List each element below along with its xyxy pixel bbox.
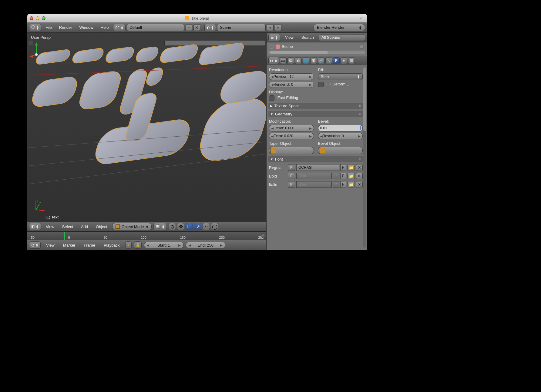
minimize-window-button[interactable] — [36, 16, 39, 20]
fake-user-button[interactable]: F — [340, 181, 346, 188]
tab-texture[interactable]: ▦ — [348, 57, 355, 64]
font-browse-button[interactable]: F — [288, 164, 295, 171]
scroll-thumb[interactable] — [270, 51, 328, 54]
render-engine-dropdown[interactable]: Blender Render ▲▼ — [314, 24, 365, 31]
collapse-icon[interactable]: – — [270, 45, 274, 49]
outliner[interactable]: – Scene — [267, 42, 367, 56]
menu-help[interactable]: Help — [98, 25, 112, 30]
delete-scene-button[interactable]: ✕ — [275, 24, 281, 31]
fullscreen-icon[interactable]: ⤢ — [360, 16, 365, 21]
tl-menu-marker[interactable]: Marker — [60, 243, 78, 247]
taper-object-field[interactable] — [269, 147, 314, 154]
tab-object[interactable]: ▣ — [310, 57, 317, 64]
panel-geometry[interactable]: ▼ Geometry ⠿ — [268, 111, 363, 117]
mode-dropdown[interactable]: Object Mode ▲▼ — [112, 223, 152, 230]
tab-constraints[interactable]: 🔗 — [318, 57, 324, 64]
menu-window[interactable]: Window — [76, 25, 96, 30]
preview-resolution-field[interactable]: ◀ Preview : 12 ▶ — [269, 73, 314, 80]
tab-modifiers[interactable]: 🔧 — [325, 57, 332, 64]
extrude-field[interactable]: ◀ Extru: 0.020 ▶ — [269, 133, 314, 139]
outliner-filter-dropdown[interactable]: All Scenes — [319, 34, 365, 41]
bevel-object-field[interactable] — [318, 147, 363, 154]
properties-panel[interactable]: Resolution: ◀ Preview : 12 ▶ ◀ Render U:… — [267, 65, 367, 250]
manipulator-toggle[interactable]: ✥ — [177, 223, 184, 230]
tl-menu-playback[interactable]: Playback — [101, 243, 123, 247]
view3d-menu-view[interactable]: View — [43, 224, 57, 229]
fake-user-button[interactable]: F — [340, 164, 346, 171]
outliner-menu-search[interactable]: Search — [298, 35, 317, 40]
add-layout-button[interactable]: + — [186, 24, 192, 31]
editor-type-timeline[interactable]: ◔▲▼ — [29, 241, 41, 249]
zoom-window-button[interactable] — [42, 16, 45, 20]
tl-menu-view[interactable]: View — [43, 243, 58, 247]
menu-file[interactable]: File — [42, 25, 55, 30]
tab-render-layers[interactable]: 🖼 — [287, 57, 294, 64]
font-name-field[interactable]: OCRASt — [296, 164, 339, 171]
bevel-resolution-field[interactable]: ◀ Resolution: 0 ▶ — [318, 133, 363, 139]
unlink-font-button[interactable]: ✕ — [356, 164, 363, 171]
properties-scroll-thumb[interactable] — [363, 68, 366, 131]
tab-material[interactable]: ● — [341, 57, 347, 64]
delete-layout-button[interactable]: ✕ — [193, 24, 200, 31]
tab-world[interactable]: 🌐 — [303, 57, 309, 64]
open-font-button[interactable]: 📁 — [348, 181, 355, 188]
pivot-button[interactable]: ⊙ — [169, 223, 176, 230]
fake-user-button[interactable]: F — [340, 173, 346, 179]
fast-editing-checkbox[interactable] — [269, 95, 274, 101]
restrict-toggle[interactable] — [360, 45, 364, 49]
screen-layout-field[interactable]: Default — [127, 24, 184, 31]
drag-handle-icon[interactable]: ⠿ — [359, 112, 361, 116]
unlink-font-button[interactable]: ✕ — [356, 173, 363, 179]
lock-button[interactable]: 🔒 — [134, 241, 142, 249]
view3d-menu-add[interactable]: Add — [78, 224, 91, 229]
snap-button[interactable]: 〰 — [203, 223, 210, 230]
unlink-font-button[interactable]: ✕ — [356, 181, 363, 188]
editor-type-info[interactable]: ⓘ▲▼ — [29, 24, 41, 31]
open-font-button[interactable]: 📁 — [348, 164, 355, 171]
timeline-scroll-handle[interactable] — [261, 234, 265, 238]
panel-texture-space[interactable]: ▶ Texture Space ⠿ — [268, 103, 363, 109]
3d-viewport[interactable]: User Persp + + — [27, 33, 266, 222]
font-browse-button[interactable]: F — [288, 181, 295, 188]
outliner-hscroll[interactable] — [268, 51, 365, 54]
font-users-count[interactable]: 7 — [333, 173, 339, 179]
offset-field[interactable]: ◀ Offset: 0.000 ▶ — [269, 125, 314, 131]
end-frame-field[interactable]: ◀ End: 250 ▶ — [186, 242, 225, 248]
close-window-button[interactable] — [30, 16, 33, 20]
font-users-count[interactable]: 7 — [333, 181, 339, 188]
outliner-row-scene[interactable]: – Scene — [268, 44, 365, 49]
font-browse-button[interactable]: F — [288, 173, 295, 179]
bevel-depth-field[interactable]: 0.01 — [318, 125, 363, 131]
shading-dropdown[interactable]: ▲▼ — [153, 223, 167, 230]
add-scene-button[interactable]: + — [267, 24, 274, 31]
proportional-button[interactable]: ◯ — [211, 223, 218, 230]
editor-type-properties[interactable]: ☷▲▼ — [268, 57, 279, 64]
tab-scene[interactable]: ◐ — [295, 57, 302, 64]
tab-render[interactable]: 📷 — [280, 57, 287, 64]
open-font-button[interactable]: 📁 — [348, 173, 355, 179]
view3d-menu-object[interactable]: Object — [93, 224, 110, 229]
drag-handle-icon[interactable]: ⠿ — [359, 104, 361, 108]
tab-object-data[interactable]: F — [333, 57, 340, 64]
menu-render[interactable]: Render — [56, 25, 75, 30]
transform-orientation[interactable] — [186, 223, 193, 230]
font-name-field[interactable]: Bfon — [296, 181, 332, 188]
layers-button[interactable]: ↗ — [194, 223, 201, 230]
font-name-field[interactable]: Bfon — [296, 173, 332, 179]
screen-layout-browse[interactable]: ▯▯▲▼ — [113, 24, 126, 31]
render-resolution-field[interactable]: ◀ Render U: 0 ▶ — [269, 81, 314, 88]
drag-handle-icon[interactable]: ⠿ — [359, 158, 361, 161]
autokey-button[interactable]: ● — [125, 241, 132, 249]
tl-menu-frame[interactable]: Frame — [81, 243, 98, 247]
start-frame-field[interactable]: ◀ Start: 1 ▶ — [144, 242, 183, 248]
editor-type-outliner[interactable]: ☰▲▼ — [268, 34, 280, 41]
view3d-menu-select[interactable]: Select — [59, 224, 76, 229]
scene-browse[interactable]: ◐▲▼ — [204, 24, 216, 31]
fill-deformed-checkbox[interactable] — [318, 82, 324, 87]
fill-mode-dropdown[interactable]: Both ▲▼ — [318, 73, 363, 80]
outliner-menu-view[interactable]: View — [282, 35, 297, 40]
scene-field[interactable]: Scene — [217, 24, 266, 31]
panel-font[interactable]: ▼ Font ⠿ — [268, 156, 363, 162]
editor-type-view3d[interactable]: ◧▲▼ — [29, 223, 41, 230]
timeline-ruler[interactable]: -50 0 50 100 150 200 250 — [27, 231, 266, 240]
